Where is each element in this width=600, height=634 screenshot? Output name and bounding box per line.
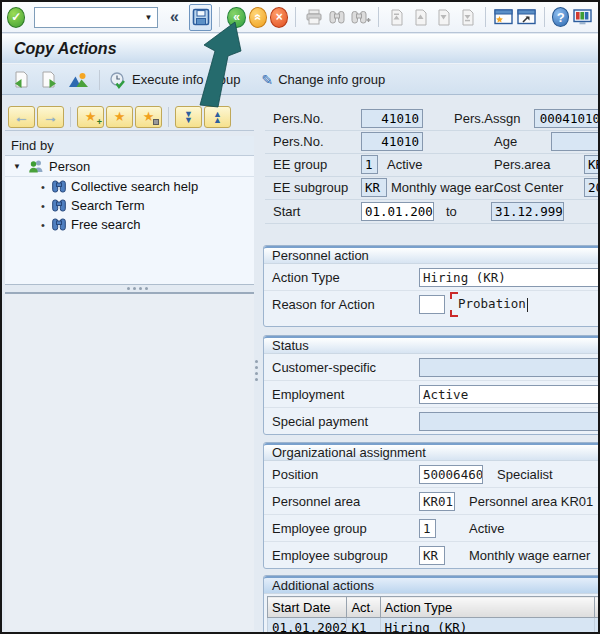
star-icon: ★: [114, 110, 126, 123]
start-date-field[interactable]: 01.01.2002: [361, 202, 434, 221]
field-label: Employment: [272, 387, 419, 402]
nav-back-button[interactable]: ←: [8, 106, 35, 128]
ee-group-field[interactable]: 1: [361, 155, 378, 174]
collapse-command-button[interactable]: «: [167, 8, 182, 26]
pers-no-field[interactable]: 41010: [361, 109, 423, 128]
field-label: Reason for Action: [272, 297, 419, 312]
tree-item-label: Search Term: [71, 198, 144, 213]
field-label: Personnel area: [272, 494, 419, 509]
field-label: Special payment: [272, 414, 419, 429]
ee-subgroup-field[interactable]: KR: [361, 178, 387, 197]
cost-center-field[interactable]: 2000: [584, 178, 598, 197]
detail-panel: Pers.No. 41010 Pers.Assgn 00041010 Pers.…: [259, 101, 598, 632]
reason-for-action-field[interactable]: [419, 295, 445, 314]
next-record-button[interactable]: [37, 68, 61, 92]
first-page-button[interactable]: [386, 5, 407, 29]
person-group-icon: [28, 159, 44, 173]
command-field[interactable]: ▼: [34, 7, 158, 28]
field-label: EE subgroup: [273, 180, 348, 195]
tree-node-person[interactable]: ▼ Person: [5, 156, 254, 177]
sap-window: ✓ ▼ « « « ×: [0, 0, 600, 634]
application-toolbar: Execute info group ✎ Change info group: [2, 65, 598, 95]
chevron-down-icon[interactable]: ▼: [141, 9, 156, 26]
previous-record-button[interactable]: [8, 68, 32, 92]
field-description: Active: [469, 521, 504, 536]
tree-item-search-term[interactable]: • Search Term: [5, 196, 254, 215]
execute-info-group-button[interactable]: Execute info group: [109, 71, 240, 89]
column-header[interactable]: A: [594, 597, 598, 618]
field-description: Active: [387, 157, 422, 172]
cancel-icon: ×: [276, 11, 283, 23]
action-type-field[interactable]: Hiring (KR): [419, 268, 598, 287]
expand-all-button[interactable]: ▼▼: [175, 106, 202, 128]
customize-layout-button[interactable]: [572, 5, 593, 29]
column-header[interactable]: Start Date: [268, 597, 347, 618]
caret-down-icon[interactable]: ▼: [13, 162, 23, 171]
table-cell[interactable]: K1: [347, 618, 380, 633]
column-header[interactable]: Act.: [347, 597, 380, 618]
table-cell[interactable]: 01.01.2002: [268, 618, 347, 633]
arrow-left-icon: ←: [14, 109, 29, 124]
find-next-button[interactable]: [351, 5, 372, 29]
title-bar: Copy Actions: [2, 34, 598, 64]
pers-no-field[interactable]: 41010: [361, 132, 423, 151]
table-row[interactable]: 01.01.2002 K1 Hiring (KR): [268, 618, 599, 633]
field-label: Employee subgroup: [272, 548, 419, 563]
overview-button[interactable]: [66, 68, 90, 92]
nav-forward-button[interactable]: →: [37, 106, 64, 128]
field-label: Pers.Assgn: [454, 111, 520, 126]
back-button[interactable]: «: [227, 7, 245, 28]
favorites-button[interactable]: ★: [106, 106, 133, 128]
horizontal-splitter-handle[interactable]: [127, 287, 148, 290]
tree-item-collective-search-help[interactable]: • Collective search help: [5, 177, 254, 196]
field-label: EE group: [273, 157, 327, 172]
find-button[interactable]: [327, 5, 348, 29]
reason-text[interactable]: Probation: [458, 296, 528, 312]
employee-group-field[interactable]: 1: [419, 519, 436, 538]
tree-item-free-search[interactable]: • Free search: [5, 215, 254, 234]
toolbar-separator: [544, 7, 545, 27]
field-description: Personnel area KR01: [469, 494, 593, 509]
employee-subgroup-field[interactable]: KR: [419, 546, 445, 565]
pers-area-field[interactable]: KR01: [584, 155, 598, 174]
vertical-splitter-handle[interactable]: [255, 360, 258, 381]
binoculars-icon: [52, 199, 66, 212]
table-cell[interactable]: [594, 618, 598, 633]
previous-page-button[interactable]: [410, 5, 431, 29]
enter-button[interactable]: ✓: [7, 7, 25, 28]
toolbar-separator: [485, 7, 486, 27]
table-header-row: Start Date Act. Action Type A: [268, 597, 599, 618]
personnel-area-field[interactable]: KR01: [419, 492, 455, 511]
exit-button[interactable]: «: [249, 7, 267, 28]
employment-field[interactable]: Active: [419, 385, 598, 404]
tree-node-label: Person: [49, 159, 90, 174]
print-button[interactable]: [303, 5, 324, 29]
change-info-group-button[interactable]: ✎ Change info group: [261, 72, 385, 88]
help-button[interactable]: ?: [552, 7, 569, 27]
table-cell[interactable]: Hiring (KR): [380, 618, 594, 633]
end-date-field[interactable]: 31.12.9999: [491, 202, 564, 221]
special-payment-field[interactable]: [419, 412, 598, 431]
bullet-icon: •: [41, 219, 47, 231]
pers-assgn-field[interactable]: 00041010: [534, 109, 598, 128]
new-session-button[interactable]: [493, 5, 514, 29]
save-icon: [192, 8, 210, 26]
toolbar-separator: [70, 107, 71, 127]
next-page-button[interactable]: [433, 5, 454, 29]
position-field[interactable]: 50006460: [419, 465, 483, 484]
personnel-action-group: Personnel action Action Type Hiring (KR)…: [263, 245, 598, 327]
group-title: Organizational assignment: [264, 443, 598, 461]
navigation-toolbar: ← → ★+ ★ ★ ▼▼ ▲▲: [5, 103, 254, 131]
toolbar-separator: [295, 7, 296, 27]
column-header[interactable]: Action Type: [380, 597, 594, 618]
last-page-button[interactable]: [457, 5, 478, 29]
create-shortcut-button[interactable]: [516, 5, 537, 29]
age-field[interactable]: [551, 132, 598, 151]
cancel-button[interactable]: ×: [270, 7, 288, 28]
save-button[interactable]: [189, 4, 212, 31]
add-favorite-button[interactable]: ★+: [77, 106, 104, 128]
collapse-all-button[interactable]: ▲▲: [204, 106, 231, 128]
customer-specific-field[interactable]: [419, 358, 598, 377]
customer-specific-row: Customer-specific: [264, 354, 598, 381]
delete-favorite-button[interactable]: ★: [135, 106, 162, 128]
